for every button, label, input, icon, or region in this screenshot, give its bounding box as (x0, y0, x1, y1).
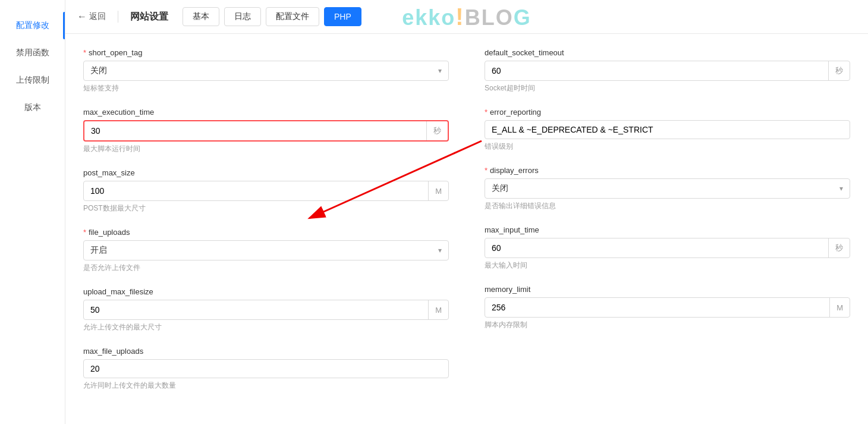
hint-display-errors: 是否输出详细错误信息 (485, 201, 850, 211)
label-display-errors: * display_errors (485, 166, 850, 175)
hint-max-input-time: 最大输入时间 (485, 260, 850, 271)
back-label: 返回 (89, 11, 106, 22)
select-display-errors[interactable]: 关闭 ▾ (485, 178, 850, 199)
input-wrapper-max-input-time: 秒 (485, 238, 850, 258)
form-group-short-open-tag: * short_open_tag 关闭 ▾ 短标签支持 (83, 48, 449, 93)
hint-file-uploads: 是否允许上传文件 (83, 263, 449, 273)
form-group-socket-timeout: default_socket_timeout 秒 Socket超时时间 (485, 48, 850, 93)
input-upload-max-filesize[interactable] (84, 301, 428, 319)
input-socket-timeout[interactable] (485, 62, 828, 80)
sidebar: 配置修改 禁用函数 上传限制 版本 (0, 0, 65, 424)
input-memory-limit[interactable] (485, 299, 829, 316)
select-file-uploads[interactable]: 开启 ▾ (83, 240, 449, 260)
tab-php[interactable]: PHP (324, 7, 361, 26)
back-arrow-icon: ← (77, 11, 87, 22)
form-group-max-execution-time: max_execution_time 秒 最大脚本运行时间 (83, 108, 449, 154)
suffix-post-max-size: M (428, 181, 448, 200)
input-wrapper-post-max-size: M (83, 181, 449, 201)
hint-error-reporting: 错误级别 (485, 142, 850, 152)
input-max-input-time[interactable] (485, 239, 828, 257)
nav-tabs: 基本 日志 配置文件 PHP (183, 7, 361, 26)
label-file-uploads: * file_uploads (83, 228, 449, 237)
form-grid: * short_open_tag 关闭 ▾ 短标签支持 max_executio… (83, 48, 850, 405)
input-max-file-uploads[interactable] (84, 360, 448, 378)
page-title: 网站设置 (130, 11, 168, 23)
chevron-down-icon-2: ▾ (438, 246, 442, 255)
logo-watermark: ekko!BLOG (402, 4, 531, 30)
form-group-post-max-size: post_max_size M POST数据最大尺寸 (83, 168, 449, 213)
label-upload-max-filesize: upload_max_filesize (83, 287, 449, 296)
form-group-max-input-time: max_input_time 秒 最大输入时间 (485, 225, 850, 271)
label-max-input-time: max_input_time (485, 225, 850, 234)
input-wrapper-error-reporting (485, 120, 850, 139)
hint-post-max-size: POST数据最大尺寸 (83, 203, 449, 213)
hint-max-file-uploads: 允许同时上传文件的最大数量 (83, 381, 449, 391)
label-max-execution-time: max_execution_time (83, 108, 449, 117)
tab-config-file[interactable]: 配置文件 (266, 7, 319, 26)
input-wrapper-max-file-uploads (83, 359, 449, 378)
sidebar-item-disabled-funcs[interactable]: 禁用函数 (0, 39, 65, 67)
main-content: ← 返回 网站设置 基本 日志 配置文件 PHP ekko!BLOG (65, 0, 868, 424)
hint-socket-timeout: Socket超时时间 (485, 83, 850, 93)
form-group-memory-limit: memory_limit M 脚本内存限制 (485, 285, 850, 330)
tab-log[interactable]: 日志 (224, 7, 261, 26)
header-divider (118, 11, 118, 23)
label-memory-limit: memory_limit (485, 285, 850, 294)
back-button[interactable]: ← 返回 (77, 11, 106, 22)
sidebar-item-upload-limit[interactable]: 上传限制 (0, 67, 65, 94)
hint-max-execution-time: 最大脚本运行时间 (83, 144, 449, 154)
chevron-down-icon-3: ▾ (839, 184, 843, 193)
suffix-max-input-time: 秒 (828, 238, 850, 257)
required-star-file: * (83, 228, 86, 237)
tab-basic[interactable]: 基本 (183, 7, 219, 26)
input-error-reporting[interactable] (485, 121, 850, 139)
input-wrapper-socket-timeout: 秒 (485, 61, 850, 81)
required-star-display: * (485, 166, 488, 175)
required-star: * (83, 48, 86, 57)
form-group-max-file-uploads: max_file_uploads 允许同时上传文件的最大数量 (83, 347, 449, 391)
sidebar-item-config[interactable]: 配置修改 (0, 12, 65, 39)
label-error-reporting: * error_reporting (485, 108, 850, 117)
hint-short-open-tag: 短标签支持 (83, 83, 449, 93)
form-group-display-errors: * display_errors 关闭 ▾ 是否输出详细错误信息 (485, 166, 850, 211)
input-wrapper-memory-limit: M (485, 297, 850, 318)
required-star-error: * (485, 108, 488, 117)
label-max-file-uploads: max_file_uploads (83, 347, 449, 356)
chevron-down-icon: ▾ (438, 67, 442, 75)
form-group-file-uploads: * file_uploads 开启 ▾ 是否允许上传文件 (83, 228, 449, 273)
suffix-upload-max-filesize: M (428, 300, 448, 319)
input-wrapper-upload-max-filesize: M (83, 300, 449, 320)
label-post-max-size: post_max_size (83, 168, 449, 177)
input-max-execution-time[interactable] (84, 122, 426, 140)
suffix-memory-limit: M (829, 298, 850, 317)
form-content: * short_open_tag 关闭 ▾ 短标签支持 max_executio… (65, 34, 868, 424)
header: ← 返回 网站设置 基本 日志 配置文件 PHP ekko!BLOG (65, 0, 868, 34)
hint-upload-max-filesize: 允许上传文件的最大尺寸 (83, 322, 449, 332)
left-column: * short_open_tag 关闭 ▾ 短标签支持 max_executio… (83, 48, 449, 405)
input-wrapper-max-execution-time: 秒 (83, 120, 449, 142)
suffix-socket-timeout: 秒 (828, 61, 850, 80)
label-short-open-tag: * short_open_tag (83, 48, 449, 57)
hint-memory-limit: 脚本内存限制 (485, 320, 850, 330)
label-socket-timeout: default_socket_timeout (485, 48, 850, 57)
right-column: default_socket_timeout 秒 Socket超时时间 * er… (485, 48, 850, 405)
select-short-open-tag[interactable]: 关闭 ▾ (83, 61, 449, 81)
form-group-error-reporting: * error_reporting 错误级别 (485, 108, 850, 152)
sidebar-item-version[interactable]: 版本 (0, 94, 65, 121)
suffix-max-execution-time: 秒 (426, 121, 448, 140)
input-post-max-size[interactable] (84, 182, 428, 200)
form-group-upload-max-filesize: upload_max_filesize M 允许上传文件的最大尺寸 (83, 287, 449, 332)
